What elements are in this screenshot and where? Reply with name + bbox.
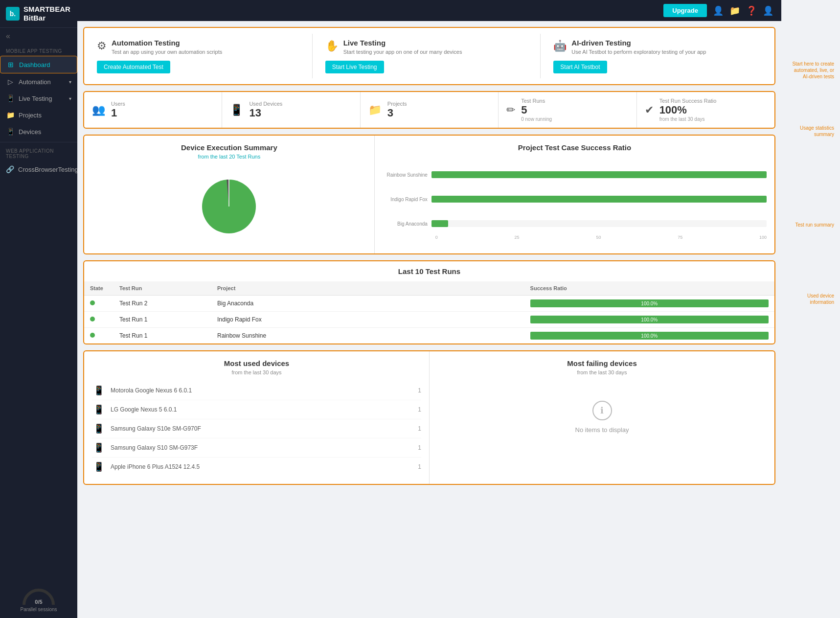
bar-fill-anaconda: [431, 220, 448, 227]
test-runs-stat-sub: 0 now running: [521, 116, 552, 122]
table-cell-testrun[interactable]: Test Run 1: [114, 328, 211, 344]
user-icon[interactable]: 👤: [713, 5, 724, 16]
state-dot-green: [90, 317, 95, 321]
logo-icon: b.: [6, 7, 20, 21]
device-item: 📱 Motorola Google Nexus 6 6.0.1 1: [92, 381, 421, 400]
stat-test-runs: ✏ Test Runs 5 0 now running: [499, 92, 636, 128]
users-stat-icon: 👥: [92, 104, 105, 116]
most-used-devices-title: Most used devices: [92, 359, 421, 367]
start-live-testing-button[interactable]: Start Live Testing: [325, 61, 384, 73]
content-area: ⚙ Automation Testing Test an app using y…: [77, 21, 781, 491]
bar-label-indigo: Indigo Rapid Fox: [383, 197, 431, 202]
sidebar-collapse-button[interactable]: «: [0, 28, 77, 45]
chevron-icon: ▾: [69, 96, 71, 101]
automation-icon: ▷: [6, 78, 15, 86]
annotation-top: Start here to create automated, live, or…: [785, 58, 836, 83]
sidebar-item-crossbrowser[interactable]: 🔗 CrossBrowserTesting: [0, 161, 77, 178]
test-runs-stat-value: 5: [521, 104, 552, 116]
project-success-chart: Project Test Case Success Ratio Rainbow …: [375, 136, 774, 253]
testing-cards-row: ⚙ Automation Testing Test an app using y…: [83, 27, 775, 85]
table-cell-state: [84, 328, 114, 344]
table-row: Test Run 2 Big Anaconda 100.0%: [84, 296, 774, 312]
device-name: Apple iPhone 6 Plus A1524 12.4.5: [111, 463, 414, 470]
axis-100: 100: [759, 235, 767, 240]
stats-row: 👥 Users 1 📱 Used Devices 13 📁 Projects 3: [83, 91, 775, 129]
upgrade-button[interactable]: Upgrade: [663, 4, 707, 17]
table-header-row: State Test Run Project Success Ratio: [84, 281, 774, 296]
sidebar-divider: [0, 142, 77, 142]
device-execution-sub: from the last 20 Test Runs: [92, 154, 366, 160]
top-nav: Upgrade 👤 📁 ❓ 👤: [77, 0, 781, 21]
table-cell-state: [84, 296, 114, 312]
devices-row: Most used devices from the last 30 days …: [83, 350, 775, 485]
table-cell-success: 100.0%: [524, 328, 774, 344]
sidebar-item-devices[interactable]: 📱 Devices: [0, 123, 77, 140]
success-ratio-stat-label: Test Run Success Ratio: [659, 98, 717, 104]
logo: b. SMARTBEAR BitBar: [0, 0, 77, 28]
bar-label-rainbow: Rainbow Sunshine: [383, 172, 431, 178]
device-count: 1: [418, 387, 421, 394]
annotation-devices: Used device information: [785, 290, 836, 308]
parallel-gauge: 0/5: [22, 588, 56, 605]
sidebar-item-label: Dashboard: [19, 61, 50, 69]
bar-row-rainbow: Rainbow Sunshine: [383, 171, 767, 178]
section-label-mobile: MOBILE APP TESTING: [0, 45, 77, 56]
most-failing-devices-sub: from the last 30 days: [437, 369, 767, 375]
crossbrowser-icon: 🔗: [6, 165, 14, 173]
help-icon[interactable]: ❓: [746, 5, 757, 16]
device-count: 1: [418, 406, 421, 413]
projects-stat-value: 3: [387, 107, 407, 119]
table-cell-success: 100.0%: [524, 312, 774, 328]
parallel-sessions-section: 0/5 Parallel sessions: [0, 582, 77, 618]
live-testing-card-header: ✋ Live Testing Start testing your app on…: [325, 39, 534, 61]
table-cell-testrun[interactable]: Test Run 2: [114, 296, 211, 312]
start-ai-testbot-button[interactable]: Start AI Testbot: [553, 61, 607, 73]
account-icon[interactable]: 👤: [763, 5, 773, 16]
live-testing-card: ✋ Live Testing Start testing your app on…: [318, 34, 541, 78]
table-cell-success: 100.0%: [524, 296, 774, 312]
device-count: 1: [418, 444, 421, 451]
th-success-ratio: Success Ratio: [524, 281, 774, 296]
automation-card-icon: ⚙: [97, 40, 107, 52]
create-automated-test-button[interactable]: Create Automated Test: [97, 61, 170, 73]
table-cell-project: Indigo Rapid Fox: [211, 312, 524, 328]
device-count: 1: [418, 463, 421, 470]
sidebar-item-projects[interactable]: 📁 Projects: [0, 107, 77, 123]
ai-testing-card-icon: 🤖: [553, 40, 567, 52]
success-bar: 100.0%: [530, 316, 769, 323]
bar-row-anaconda: Big Anaconda: [383, 220, 767, 227]
bar-row-indigo: Indigo Rapid Fox: [383, 196, 767, 203]
device-item: 📱 LG Google Nexus 5 6.0.1 1: [92, 400, 421, 419]
automation-card: ⚙ Automation Testing Test an app using y…: [90, 34, 313, 78]
success-ratio-stat-icon: ✔: [645, 104, 654, 116]
dashboard-icon: ⊞: [6, 61, 15, 69]
bar-fill-rainbow: [431, 171, 767, 178]
table-row: Test Run 1 Rainbow Sunshine 100.0%: [84, 328, 774, 344]
pie-chart-svg: [195, 172, 263, 241]
live-testing-card-desc: Start testing your app on one of our man…: [343, 48, 462, 56]
sidebar-item-live-testing[interactable]: 📱 Live Testing ▾: [0, 90, 77, 107]
th-state: State: [84, 281, 114, 296]
test-runs-table-section: Last 10 Test Runs State Test Run Project…: [83, 260, 775, 344]
automation-card-header: ⚙ Automation Testing Test an app using y…: [97, 39, 305, 61]
device-name: LG Google Nexus 5 6.0.1: [111, 406, 414, 413]
device-phone-icon: 📱: [92, 404, 106, 415]
th-test-run: Test Run: [114, 281, 211, 296]
device-count: 1: [418, 425, 421, 432]
section-label-web: WEB APPLICATION TESTING: [0, 144, 77, 161]
most-failing-devices-section: Most failing devices from the last 30 da…: [430, 351, 774, 484]
device-item: 📱 Samsung Galaxy S10e SM-G970F 1: [92, 419, 421, 438]
device-execution-title: Device Execution Summary: [92, 143, 366, 152]
state-dot-green: [90, 333, 95, 338]
bar-track-rainbow: [431, 171, 767, 178]
sidebar-item-automation[interactable]: ▷ Automation ▾: [0, 73, 77, 90]
sidebar-item-dashboard[interactable]: ⊞ Dashboard: [0, 56, 77, 73]
table-cell-testrun[interactable]: Test Run 1: [114, 312, 211, 328]
bar-axis: 0 25 50 75 100: [383, 235, 767, 240]
pie-chart-container: [92, 167, 366, 246]
device-phone-icon: 📱: [92, 385, 106, 396]
sidebar-item-label: Live Testing: [19, 95, 52, 102]
bar-track-indigo: [431, 196, 767, 203]
used-devices-stat-value: 13: [249, 107, 282, 119]
folder-icon[interactable]: 📁: [729, 5, 740, 16]
